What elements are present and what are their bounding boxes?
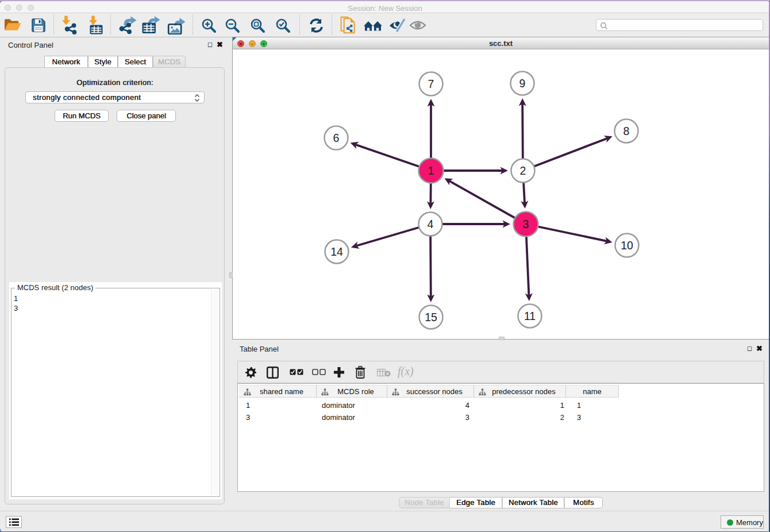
svg-text:14: 14 <box>330 245 343 258</box>
svg-text:10: 10 <box>621 239 633 252</box>
svg-text:2: 2 <box>520 164 526 177</box>
svg-text:4: 4 <box>428 218 434 230</box>
svg-text:7: 7 <box>428 78 434 90</box>
svg-text:3: 3 <box>523 218 529 230</box>
svg-text:11: 11 <box>524 310 536 322</box>
svg-text:9: 9 <box>519 77 526 90</box>
svg-text:6: 6 <box>333 132 340 144</box>
svg-text:15: 15 <box>425 311 437 323</box>
svg-text:8: 8 <box>623 125 630 137</box>
svg-text:1: 1 <box>428 164 434 177</box>
